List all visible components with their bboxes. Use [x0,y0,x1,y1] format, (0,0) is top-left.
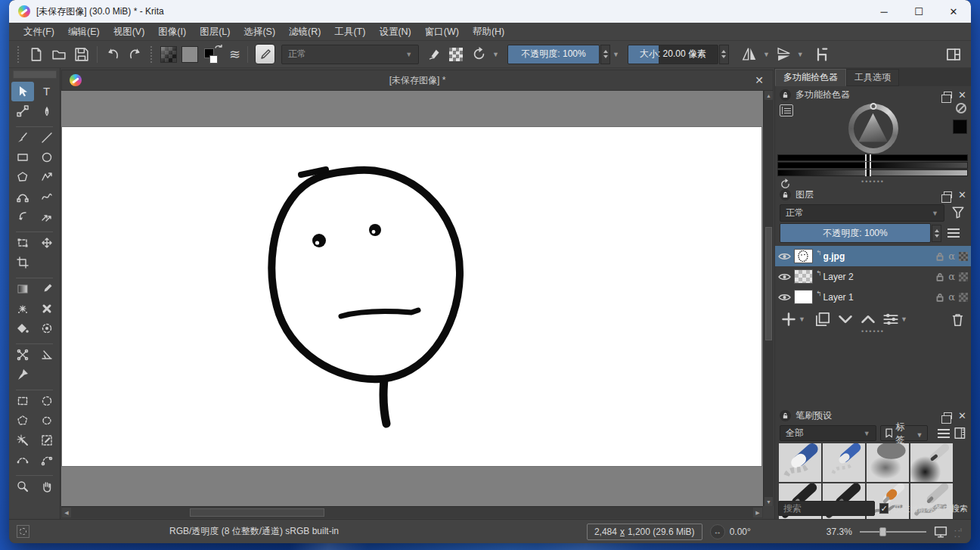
close-panel-icon[interactable]: ✕ [958,190,966,200]
tool-magnetic-selection[interactable] [36,450,58,470]
menu-tools[interactable]: 工具(T) [327,23,372,41]
chevron-down-icon[interactable]: ▼ [612,51,619,58]
preset-detail-view-icon[interactable] [954,427,966,440]
layer-lock-icon[interactable] [935,252,944,261]
canvas-horizontal-scrollbar[interactable]: ◀ ▶ [61,506,763,518]
brush-preset-eraser-circle[interactable] [779,443,821,482]
opacity-spinner[interactable] [600,45,610,64]
menu-select[interactable]: 选择(S) [237,23,282,41]
tool-polyline[interactable] [36,167,58,187]
brush-preset-ink-details[interactable] [910,443,953,482]
color-bar-value[interactable] [777,169,968,176]
pattern-swatch[interactable] [181,46,198,63]
brush-editor-button[interactable] [255,44,275,64]
scroll-down-icon[interactable]: ▼ [764,497,773,506]
layer-thumbnail[interactable] [794,249,813,263]
blend-mode-dropdown[interactable]: 正常▼ [281,45,419,64]
tool-rectangular-selection[interactable] [11,391,34,411]
tool-measure[interactable] [36,345,58,365]
menu-image[interactable]: 图像(I) [151,23,193,41]
toolbox-drag-handle[interactable] [13,70,57,79]
maximize-button[interactable]: ☐ [901,0,936,23]
menu-filter[interactable]: 滤镜(R) [282,23,327,41]
fit-to-screen-icon[interactable] [934,525,947,539]
tool-smart-patch[interactable] [36,299,58,319]
image-dimensions[interactable]: 2,484 x 1,200 (29.6 MiB) [587,524,702,540]
brush-option-list-icon[interactable]: ≋ [229,48,240,61]
toolbar-grip[interactable] [150,46,154,63]
toolbar-grip[interactable] [17,46,21,63]
tool-edit-shapes[interactable] [11,101,34,121]
tool-move[interactable] [36,233,58,253]
tool-dynamic-brush[interactable] [11,207,34,226]
tool-select-shapes[interactable] [11,82,34,101]
tool-transform[interactable] [11,233,34,253]
brush-size-slider[interactable]: 大小: 20.00 像素 [628,45,718,64]
zoom-slider[interactable] [860,527,926,537]
float-panel-icon[interactable] [944,92,952,98]
zoom-slider-thumb[interactable] [879,527,886,536]
chevron-down-icon[interactable]: ▼ [763,51,770,58]
undo-button[interactable] [103,45,122,64]
tool-color-sampler[interactable] [36,279,58,299]
preset-search-input[interactable] [778,501,875,516]
scroll-up-icon[interactable]: ▲ [764,91,773,100]
chevron-down-icon[interactable]: ▼ [492,51,499,58]
tool-pan[interactable] [36,477,58,496]
layer-visibility-eye-icon[interactable] [778,251,791,262]
subwindow-close-icon[interactable]: ✕ [746,74,773,86]
tool-assistants[interactable] [11,345,34,365]
layer-lock-icon[interactable] [935,272,944,281]
menu-layer[interactable]: 图层(L) [193,23,237,41]
tool-enclose-and-fill[interactable] [36,319,58,338]
layer-options-menu-icon[interactable] [947,228,960,238]
move-layer-down-button[interactable] [838,312,853,327]
layer-properties-button[interactable]: ▼ [883,312,910,327]
color-wheel[interactable] [848,104,898,154]
chevron-down-icon[interactable]: ▼ [797,51,804,58]
add-layer-button[interactable]: ▼ [781,312,808,327]
layer-lock-icon[interactable] [935,293,944,302]
preset-filter-dropdown[interactable]: 全部▼ [780,425,876,441]
hue-knob[interactable] [870,103,876,110]
vertical-mirror-button[interactable] [774,45,793,64]
color-bar-saturation[interactable] [777,162,968,169]
selection-indicator-icon[interactable] [17,525,29,538]
float-panel-icon[interactable] [944,191,952,198]
tool-polygon[interactable] [11,167,34,187]
layer-thumbnail[interactable] [794,269,813,284]
brush-size-spinner[interactable] [719,45,729,64]
close-panel-icon[interactable]: ✕ [958,411,966,421]
tool-bezier-curve[interactable] [11,187,34,207]
tool-polygonal-selection[interactable] [11,411,34,430]
tool-bezier-selection[interactable] [11,450,34,470]
new-document-button[interactable] [26,45,46,64]
layer-opacity-slider[interactable]: 不透明度: 100% [780,223,931,243]
tool-elliptical-selection[interactable] [36,391,58,411]
horizontal-scroll-thumb[interactable] [190,508,324,517]
foreground-background-color-swap[interactable] [203,45,223,64]
menu-file[interactable]: 文件(F) [17,23,61,41]
tool-freehand-selection[interactable] [36,411,58,430]
layer-opacity-spinner[interactable] [932,225,941,242]
tool-freehand-brush[interactable] [11,128,34,148]
tool-similar-color-selection[interactable] [11,430,34,450]
lock-icon[interactable] [780,189,791,200]
tag-button[interactable]: 标签 ▼ [880,425,929,441]
layer-thumbnail[interactable] [794,290,813,304]
layer-row[interactable]: ↰ g.jpg α [775,246,971,266]
tag-search-checkbox[interactable]: ✓ [879,503,889,514]
alpha-lock-icon[interactable]: α [948,250,955,262]
inherit-alpha-icon[interactable] [959,252,968,261]
scroll-right-icon[interactable]: ▶ [753,508,762,517]
duplicate-layer-button[interactable] [815,312,830,327]
tool-colorize-mask[interactable] [11,299,34,319]
close-panel-icon[interactable]: ✕ [958,90,966,100]
minimize-button[interactable]: ─ [867,0,901,23]
reload-preset-button[interactable] [469,45,488,64]
layer-row[interactable]: ↰ Layer 1 α [775,287,971,307]
menu-help[interactable]: 帮助(H) [466,23,511,41]
color-selector-settings-icon[interactable] [780,104,793,117]
canvas[interactable] [62,127,761,466]
resize-grip[interactable]: ⠠⠴⠐⠂ [952,526,963,541]
